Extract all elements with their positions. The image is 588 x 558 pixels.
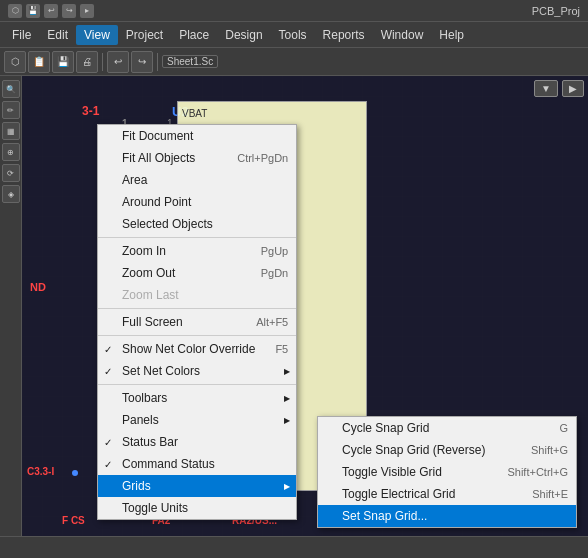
grids-toggle-electrical[interactable]: Toggle Electrical Grid Shift+E: [318, 483, 576, 505]
sheet-tab-label[interactable]: Sheet1.Sc: [162, 55, 218, 68]
sidebar-btn-5[interactable]: ⟳: [2, 164, 20, 182]
menu-zoom-last: Zoom Last: [98, 284, 296, 306]
zoom-last-label: Zoom Last: [122, 288, 179, 302]
fit-all-label: Fit All Objects: [122, 151, 195, 165]
pcb-dot-connector: [72, 470, 78, 476]
grids-cycle-snap-reverse[interactable]: Cycle Snap Grid (Reverse) Shift+G: [318, 439, 576, 461]
menu-design[interactable]: Design: [217, 25, 270, 45]
set-snap-label: Set Snap Grid...: [342, 509, 427, 523]
set-net-colors-label: Set Net Colors: [122, 364, 200, 378]
sep-1: [98, 237, 296, 238]
sidebar-btn-6[interactable]: ◈: [2, 185, 20, 203]
canvas-area: ▼ ▶ 3-1 U2 VBAT PC13-TAM PC14/OSC3 PC15/…: [22, 76, 588, 536]
menu-tools[interactable]: Tools: [271, 25, 315, 45]
full-screen-shortcut: Alt+F5: [236, 316, 288, 328]
menu-toggle-units[interactable]: Toggle Units: [98, 497, 296, 519]
menu-bar: File Edit View Project Place Design Tool…: [0, 22, 588, 48]
toggle-visible-label: Toggle Visible Grid: [342, 465, 442, 479]
menu-place[interactable]: Place: [171, 25, 217, 45]
toolbar-btn-3[interactable]: 💾: [52, 51, 74, 73]
grids-submenu: Cycle Snap Grid G Cycle Snap Grid (Rever…: [317, 416, 577, 528]
menu-fit-all[interactable]: Fit All Objects Ctrl+PgDn: [98, 147, 296, 169]
pcb-left-label-c33: C3.3-I: [27, 466, 54, 477]
sidebar-btn-1[interactable]: 🔍: [2, 80, 20, 98]
menu-help[interactable]: Help: [431, 25, 472, 45]
cycle-snap-shortcut: G: [539, 422, 568, 434]
area-label: Area: [122, 173, 147, 187]
cycle-snap-label: Cycle Snap Grid: [342, 421, 429, 435]
menu-panels[interactable]: Panels: [98, 409, 296, 431]
status-bar-label: Status Bar: [122, 435, 178, 449]
grids-toggle-visible[interactable]: Toggle Visible Grid Shift+Ctrl+G: [318, 461, 576, 483]
menu-zoom-out[interactable]: Zoom Out PgDn: [98, 262, 296, 284]
toolbar-btn-4[interactable]: 🖨: [76, 51, 98, 73]
left-sidebar: 🔍 ✏ ▦ ⊕ ⟳ ◈: [0, 76, 22, 536]
cycle-snap-reverse-label: Cycle Snap Grid (Reverse): [342, 443, 485, 457]
status-bar-check: ✓: [104, 437, 112, 448]
filter-button[interactable]: ▼: [534, 80, 558, 97]
grids-label: Grids: [122, 479, 151, 493]
toolbar-sep-2: [157, 53, 158, 71]
zoom-out-label: Zoom Out: [122, 266, 175, 280]
expand-button[interactable]: ▶: [562, 80, 584, 97]
pcb-net-label-31: 3-1: [82, 104, 99, 118]
toggle-units-label: Toggle Units: [122, 501, 188, 515]
pcb-bottom-fcs: F CS: [62, 515, 85, 526]
zoom-in-shortcut: PgUp: [241, 245, 289, 257]
menu-full-screen[interactable]: Full Screen Alt+F5: [98, 311, 296, 333]
menu-view[interactable]: View: [76, 25, 118, 45]
selected-objects-label: Selected Objects: [122, 217, 213, 231]
menu-edit[interactable]: Edit: [39, 25, 76, 45]
toolbar-btn-6[interactable]: ↪: [131, 51, 153, 73]
menu-grids[interactable]: Grids: [98, 475, 296, 497]
more-icon[interactable]: ▸: [80, 4, 94, 18]
filter-area: ▼ ▶: [534, 80, 584, 97]
title-text: PCB_Proj: [102, 5, 580, 17]
sidebar-btn-4[interactable]: ⊕: [2, 143, 20, 161]
toggle-electrical-label: Toggle Electrical Grid: [342, 487, 455, 501]
sidebar-btn-2[interactable]: ✏: [2, 101, 20, 119]
menu-around-point[interactable]: Around Point: [98, 191, 296, 213]
menu-window[interactable]: Window: [373, 25, 432, 45]
redo-icon[interactable]: ↪: [62, 4, 76, 18]
pcb-left-label-nd: ND: [30, 281, 46, 293]
toggle-visible-shortcut: Shift+Ctrl+G: [487, 466, 568, 478]
menu-set-net-colors[interactable]: ✓ Set Net Colors: [98, 360, 296, 382]
command-status-check: ✓: [104, 459, 112, 470]
toolbar-btn-5[interactable]: ↩: [107, 51, 129, 73]
save-icon[interactable]: 💾: [26, 4, 40, 18]
zoom-in-label: Zoom In: [122, 244, 166, 258]
command-status-label: Command Status: [122, 457, 215, 471]
toggle-electrical-shortcut: Shift+E: [512, 488, 568, 500]
menu-status-bar[interactable]: ✓ Status Bar: [98, 431, 296, 453]
toolbar-btn-1[interactable]: ⬡: [4, 51, 26, 73]
menu-area[interactable]: Area: [98, 169, 296, 191]
toolbar-btn-2[interactable]: 📋: [28, 51, 50, 73]
menu-selected-objects[interactable]: Selected Objects: [98, 213, 296, 235]
grids-set-snap[interactable]: Set Snap Grid...: [318, 505, 576, 527]
menu-toolbars[interactable]: Toolbars: [98, 387, 296, 409]
grids-cycle-snap[interactable]: Cycle Snap Grid G: [318, 417, 576, 439]
undo-icon[interactable]: ↩: [44, 4, 58, 18]
around-point-label: Around Point: [122, 195, 191, 209]
menu-reports[interactable]: Reports: [315, 25, 373, 45]
sep-2: [98, 308, 296, 309]
menu-command-status[interactable]: ✓ Command Status: [98, 453, 296, 475]
title-bar: ⬡ 💾 ↩ ↪ ▸ PCB_Proj: [0, 0, 588, 22]
status-bar: [0, 536, 588, 558]
menu-zoom-in[interactable]: Zoom In PgUp: [98, 240, 296, 262]
menu-fit-document[interactable]: Fit Document: [98, 125, 296, 147]
menu-project[interactable]: Project: [118, 25, 171, 45]
show-net-color-shortcut: F5: [255, 343, 288, 355]
set-net-colors-check: ✓: [104, 366, 112, 377]
show-net-color-label: Show Net Color Override: [122, 342, 255, 356]
net-color-check: ✓: [104, 344, 112, 355]
fit-all-shortcut: Ctrl+PgDn: [217, 152, 288, 164]
toolbars-label: Toolbars: [122, 391, 167, 405]
sidebar-btn-3[interactable]: ▦: [2, 122, 20, 140]
sep-4: [98, 384, 296, 385]
toolbar-sep-1: [102, 53, 103, 71]
menu-file[interactable]: File: [4, 25, 39, 45]
toolbar: ⬡ 📋 💾 🖨 ↩ ↪ Sheet1.Sc: [0, 48, 588, 76]
menu-show-net-color[interactable]: ✓ Show Net Color Override F5: [98, 338, 296, 360]
